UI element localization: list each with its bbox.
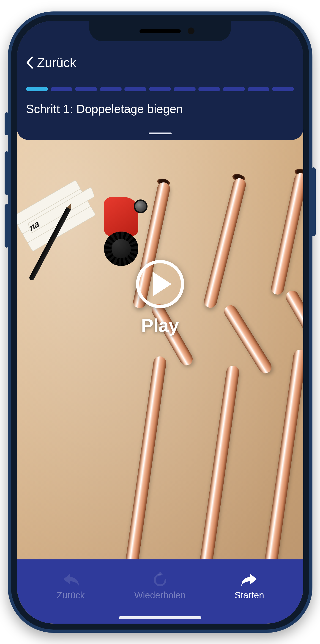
play-icon bbox=[136, 260, 184, 308]
bottom-back-button[interactable]: Zurück bbox=[26, 571, 115, 600]
progress-seg-4[interactable] bbox=[100, 87, 122, 91]
progress-seg-10[interactable] bbox=[248, 87, 269, 91]
forward-icon bbox=[240, 571, 259, 589]
home-indicator bbox=[119, 616, 201, 619]
phone-frame: na bbox=[8, 12, 313, 633]
progress-seg-5[interactable] bbox=[124, 87, 146, 91]
progress-seg-1[interactable] bbox=[26, 87, 48, 91]
play-label: Play bbox=[141, 315, 179, 336]
progress-seg-8[interactable] bbox=[198, 87, 220, 91]
phone-notch bbox=[89, 21, 231, 41]
hw-volume-up bbox=[4, 151, 9, 195]
play-button[interactable]: Play bbox=[136, 260, 184, 336]
reply-icon bbox=[62, 571, 80, 589]
progress-seg-3[interactable] bbox=[75, 87, 97, 91]
hw-power-button bbox=[312, 167, 316, 236]
progress-seg-6[interactable] bbox=[149, 87, 171, 91]
bottom-back-label: Zurück bbox=[56, 590, 84, 600]
progress-seg-11[interactable] bbox=[272, 87, 294, 91]
chevron-left-icon bbox=[26, 56, 33, 69]
bottom-bar: ZurückWiederholenStarten bbox=[17, 560, 303, 624]
drawer-handle[interactable] bbox=[149, 132, 172, 134]
phone-screen: na bbox=[17, 21, 303, 624]
bottom-start-button[interactable]: Starten bbox=[205, 571, 294, 600]
app-root: na bbox=[17, 21, 303, 624]
hw-volume-down bbox=[4, 204, 9, 248]
refresh-icon bbox=[151, 571, 169, 589]
scene-pipe-cutter bbox=[95, 197, 150, 266]
hw-silence-switch bbox=[4, 112, 9, 135]
progress-seg-9[interactable] bbox=[223, 87, 245, 91]
back-button[interactable]: Zurück bbox=[26, 55, 76, 70]
progress-bar[interactable] bbox=[26, 87, 294, 91]
bottom-repeat-label: Wiederholen bbox=[134, 590, 186, 600]
progress-seg-7[interactable] bbox=[174, 87, 195, 91]
back-label: Zurück bbox=[37, 55, 76, 70]
progress-seg-2[interactable] bbox=[51, 87, 72, 91]
step-title: Schritt 1: Doppeletage biegen bbox=[26, 102, 294, 116]
bottom-repeat-button[interactable]: Wiederholen bbox=[115, 571, 205, 600]
bottom-start-label: Starten bbox=[235, 590, 264, 600]
